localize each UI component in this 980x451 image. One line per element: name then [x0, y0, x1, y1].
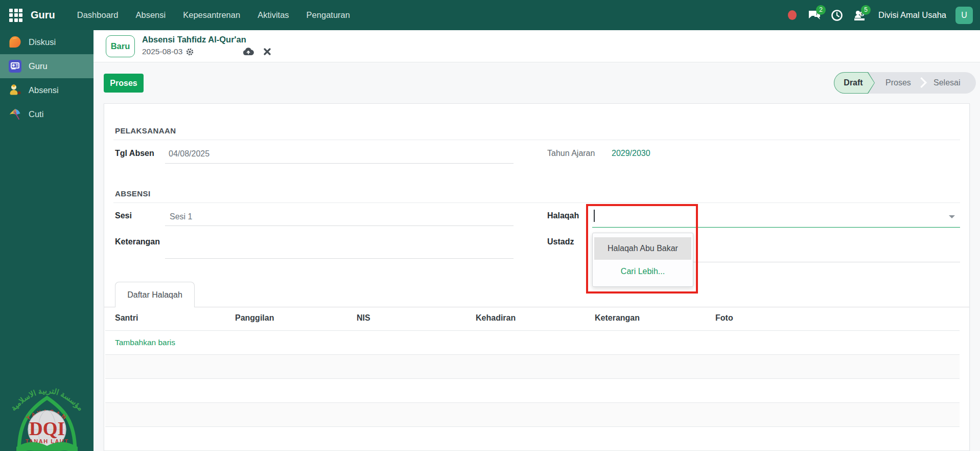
tgl-absen-label: Tgl Absen	[115, 149, 154, 158]
keterangan-label: Keterangan	[115, 237, 160, 246]
section-divider	[113, 140, 960, 140]
halaqah-underline-active	[592, 227, 960, 228]
halaqah-input[interactable]	[592, 209, 945, 226]
chat-bubble-icon	[8, 35, 22, 49]
column-header-foto[interactable]: Foto	[715, 313, 733, 323]
status-step-proses[interactable]: Proses	[885, 72, 911, 94]
status-step-selesai[interactable]: Selesai	[934, 72, 960, 94]
column-header-nis[interactable]: NIS	[357, 313, 370, 323]
clock-icon[interactable]	[828, 7, 846, 24]
keterangan-underline[interactable]	[165, 258, 514, 259]
sidebar-item-label: Guru	[29, 61, 48, 71]
tahun-ajaran-label: Tahun Ajaran	[547, 149, 595, 158]
nav-item-absensi[interactable]: Absensi	[136, 10, 166, 20]
section-absensi: ABSENSI	[115, 189, 150, 198]
foundation-logo: مؤسسة التربية الاسلامية YAYASAN DQI TANA…	[4, 364, 90, 451]
status-pipeline: Draft Proses Selesai	[834, 72, 976, 94]
empty-row	[105, 355, 960, 378]
save-cloud-icon[interactable]	[243, 47, 254, 56]
breadcrumb-badge-new[interactable]: Baru	[106, 35, 135, 57]
sidebar-item-cuti[interactable]: Cuti	[0, 102, 94, 126]
tab-daftar-halaqah[interactable]: Daftar Halaqah	[115, 282, 195, 307]
empty-row	[105, 427, 960, 450]
breadcrumb-bar: Baru Absensi Tahfidz Al-Qur'an 2025-08-0…	[94, 30, 980, 62]
column-header-santri[interactable]: Santri	[115, 313, 138, 323]
apps-grid-icon[interactable]	[9, 9, 22, 22]
column-header-keterangan[interactable]: Keterangan	[595, 313, 640, 323]
discard-x-icon[interactable]	[263, 48, 271, 56]
dropdown-search-more[interactable]: Cari Lebih...	[594, 262, 691, 281]
person-attendance-icon	[8, 83, 22, 97]
app-brand[interactable]: Guru	[31, 9, 55, 21]
nav-item-dashboard[interactable]: Dashboard	[77, 10, 119, 20]
section-pelaksanaan: PELAKSANAAN	[115, 126, 176, 135]
column-header-panggilan[interactable]: Panggilan	[235, 313, 274, 323]
record-date: 2025-08-03	[142, 47, 182, 56]
column-header-kehadiran[interactable]: Kehadiran	[476, 313, 516, 323]
svg-text:DQI: DQI	[29, 418, 65, 439]
nav-item-pengaturan[interactable]: Pengaturan	[307, 10, 350, 20]
sidebar: Diskusi Guru	[0, 30, 94, 451]
section-divider	[113, 202, 960, 203]
halaqah-dropdown-menu: Halaqah Abu Bakar Cari Lebih...	[592, 233, 693, 287]
activities-icon[interactable]: $ 5	[851, 7, 868, 24]
tab-baseline	[104, 307, 969, 307]
umbrella-icon	[8, 107, 22, 121]
nav-item-aktivitas[interactable]: Aktivitas	[258, 10, 289, 20]
app-window: Guru Dashboard Absensi Kepesantrenan Akt…	[0, 0, 980, 451]
sidebar-item-label: Cuti	[29, 109, 43, 119]
nav-item-kepesantrenan[interactable]: Kepesantrenan	[183, 10, 240, 20]
messages-icon[interactable]: 2	[806, 7, 823, 24]
halaqah-label: Halaqah	[547, 211, 579, 220]
top-navbar: Guru Dashboard Absensi Kepesantrenan Akt…	[0, 0, 980, 30]
sidebar-item-label: Diskusi	[29, 37, 56, 47]
messages-badge: 2	[816, 5, 826, 15]
sidebar-item-guru[interactable]: Guru	[0, 54, 94, 78]
sesi-label: Sesi	[115, 211, 132, 220]
teacher-app-icon	[8, 59, 22, 73]
sesi-input[interactable]: Sesi 1	[170, 212, 192, 221]
sidebar-item-absensi[interactable]: Absensi	[0, 78, 94, 102]
status-step-draft[interactable]: Draft	[838, 72, 869, 94]
tgl-absen-input[interactable]: 04/08/2025	[169, 149, 209, 159]
record-title: Absensi Tahfidz Al-Qur'an	[142, 35, 246, 44]
tahun-ajaran-value[interactable]: 2029/2030	[612, 149, 650, 158]
sesi-underline	[165, 226, 514, 226]
sidebar-item-label: Absensi	[29, 85, 59, 95]
company-menu[interactable]: Divisi Amal Usaha	[878, 10, 946, 20]
table-header-border	[105, 330, 960, 331]
sidebar-item-diskusi[interactable]: Diskusi	[0, 30, 94, 54]
recording-status-dot	[788, 10, 797, 20]
form-sheet: PELAKSANAAN Tgl Absen 04/08/2025 Tahun A…	[104, 103, 970, 451]
user-avatar[interactable]: U	[955, 7, 973, 24]
tgl-absen-underline	[165, 163, 514, 164]
record-subtitle: 2025-08-03	[142, 47, 194, 56]
ustadz-label: Ustadz	[547, 237, 574, 246]
gear-icon[interactable]	[185, 48, 194, 56]
process-button[interactable]: Proses	[104, 74, 144, 93]
dropdown-option-halaqah-abu-bakar[interactable]: Halaqah Abu Bakar	[594, 237, 691, 260]
navbar-right-cluster: 2 $ 5 Divisi Amal Usaha U	[788, 7, 980, 24]
halaqah-dropdown-caret-icon[interactable]	[949, 215, 955, 218]
empty-row	[105, 379, 960, 402]
add-row-link[interactable]: Tambahkan baris	[115, 338, 175, 347]
empty-row	[105, 403, 960, 426]
activities-badge: 5	[861, 5, 871, 15]
